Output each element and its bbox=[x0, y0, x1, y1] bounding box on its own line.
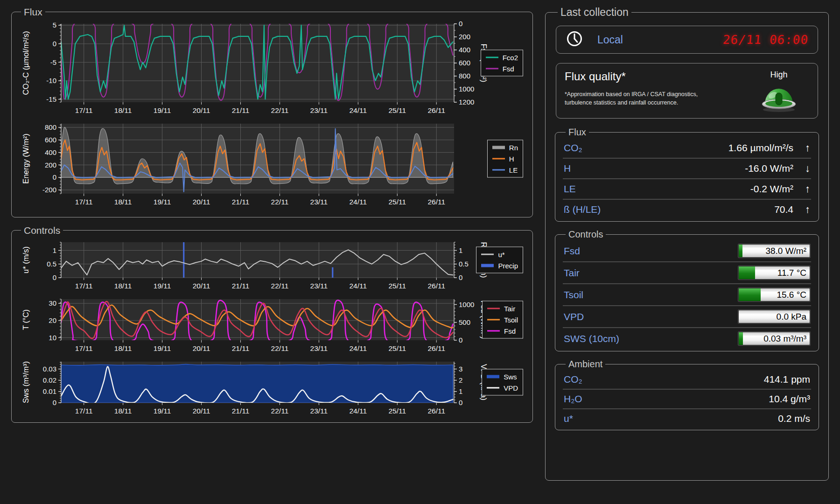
svg-text:21/11: 21/11 bbox=[232, 344, 250, 352]
flux-values-panel: Flux CO₂ 1.66 µmol/m²/s ↑ H -16.0 W/m² ↓… bbox=[555, 127, 819, 222]
legend-item: Tsoil bbox=[487, 316, 518, 324]
svg-text:17/11: 17/11 bbox=[75, 282, 93, 290]
flux-h-label: H bbox=[564, 163, 571, 174]
ambient-row-co2: CO₂ 414.1 ppm bbox=[563, 370, 811, 390]
legend-swatch bbox=[487, 319, 500, 321]
svg-text:0.5: 0.5 bbox=[47, 260, 56, 268]
legend-label: Rn bbox=[509, 144, 518, 152]
svg-text:600: 600 bbox=[459, 59, 470, 67]
charts-column: Flux 50-5-10-15CO₂-C (µmol/m²/s)02004006… bbox=[11, 7, 533, 497]
legend-item: H bbox=[492, 155, 518, 163]
legend-item: LE bbox=[492, 166, 518, 174]
controls-row-sws: SWS (10cm) 0.03 m³/m³ bbox=[563, 328, 811, 349]
legend-item: VPD bbox=[487, 384, 518, 392]
legend-item: Fco2 bbox=[486, 54, 518, 62]
svg-text:21/11: 21/11 bbox=[232, 106, 250, 114]
svg-text:25/11: 25/11 bbox=[388, 106, 406, 114]
svg-text:400: 400 bbox=[45, 148, 56, 156]
svg-text:19/11: 19/11 bbox=[154, 407, 171, 415]
svg-text:0: 0 bbox=[459, 273, 462, 281]
svg-text:26/11: 26/11 bbox=[427, 198, 445, 206]
legend-co2: Fco2Fsd bbox=[481, 50, 523, 77]
svg-text:21/11: 21/11 bbox=[232, 407, 250, 415]
legend-label: u* bbox=[498, 251, 504, 259]
svg-text:25/11: 25/11 bbox=[388, 282, 406, 290]
controls-tair-label: Tair bbox=[564, 267, 580, 279]
flux-le-value: -0.2 W/m² bbox=[750, 183, 793, 195]
legend-swatch bbox=[487, 375, 499, 378]
svg-text:0: 0 bbox=[459, 336, 462, 344]
svg-text:18/11: 18/11 bbox=[114, 344, 132, 352]
flux-quality-title: Flux quality* bbox=[565, 70, 749, 83]
controls-row-vpd: VPD 0.0 kPa bbox=[563, 306, 811, 328]
svg-text:19/11: 19/11 bbox=[154, 198, 171, 206]
svg-text:0: 0 bbox=[459, 20, 462, 28]
svg-text:26/11: 26/11 bbox=[427, 344, 445, 352]
ambient-ustar-row: u* 0.2 m/s bbox=[563, 409, 811, 428]
svg-text:24/11: 24/11 bbox=[350, 198, 367, 206]
trend-up-icon: ↑ bbox=[793, 203, 810, 216]
legend-label: Fsd bbox=[504, 327, 516, 335]
flux-section: Flux 50-5-10-15CO₂-C (µmol/m²/s)02004006… bbox=[11, 7, 533, 217]
sws-gauge-value: 0.03 m³/m³ bbox=[763, 334, 806, 344]
svg-text:22/11: 22/11 bbox=[271, 344, 289, 352]
svg-text:-200: -200 bbox=[42, 186, 56, 194]
svg-text:400: 400 bbox=[459, 46, 470, 54]
legend-item: Fsd bbox=[486, 65, 518, 73]
controls-row-tair: Tair 11.7 °C bbox=[563, 262, 811, 284]
svg-text:17/11: 17/11 bbox=[75, 198, 93, 206]
tsoil-gauge: 15.6 °C bbox=[738, 288, 810, 301]
legend-label: Fco2 bbox=[503, 54, 518, 62]
svg-text:25/11: 25/11 bbox=[388, 407, 406, 415]
flux-bowen-label: ß (H/LE) bbox=[564, 204, 601, 215]
controls-fsd-label: Fsd bbox=[564, 245, 580, 257]
flux-values-title: Flux bbox=[566, 127, 589, 137]
chart-ustar-rain: 00.51u* (m/s)00.51Rain (mm)17/1118/1119/… bbox=[18, 238, 525, 294]
fsd-gauge: 38.0 W/m² bbox=[738, 244, 810, 258]
legend-ustar: u*Precip bbox=[476, 247, 523, 273]
legend-label: LE bbox=[509, 166, 518, 174]
svg-text:3: 3 bbox=[459, 365, 462, 373]
svg-text:-10: -10 bbox=[46, 77, 56, 84]
clock-label: Local bbox=[597, 34, 623, 46]
legend-item: u* bbox=[481, 251, 518, 259]
svg-text:26/11: 26/11 bbox=[427, 407, 445, 415]
svg-text:0: 0 bbox=[53, 174, 56, 182]
flux-bowen-value: 70.4 bbox=[774, 204, 793, 215]
svg-text:10: 10 bbox=[49, 334, 56, 342]
svg-text:22/11: 22/11 bbox=[271, 198, 289, 206]
controls-row-fsd: Fsd 38.0 W/m² bbox=[563, 240, 811, 262]
tair-gauge: 11.7 °C bbox=[738, 266, 810, 280]
tair-gauge-value: 11.7 °C bbox=[777, 268, 806, 278]
svg-text:23/11: 23/11 bbox=[310, 282, 328, 290]
svg-text:u* (m/s): u* (m/s) bbox=[21, 246, 30, 273]
ambient-h2o-row: H₂O 10.4 g/m³ bbox=[563, 390, 811, 409]
flux-row-co2: CO₂ 1.66 µmol/m²/s ↑ bbox=[563, 138, 811, 159]
svg-text:CO₂-C (µmol/m²/s): CO₂-C (µmol/m²/s) bbox=[21, 31, 30, 95]
svg-text:1200: 1200 bbox=[459, 98, 474, 106]
svg-text:17/11: 17/11 bbox=[75, 344, 93, 352]
clock-card: Local 26/11 06:00 bbox=[556, 26, 818, 54]
svg-text:Energy (W/m²): Energy (W/m²) bbox=[21, 133, 30, 183]
svg-text:1000: 1000 bbox=[459, 85, 474, 93]
legend-swatch bbox=[481, 264, 494, 267]
clock-icon bbox=[566, 30, 583, 49]
svg-text:25/11: 25/11 bbox=[388, 198, 406, 206]
flux-quality-level: High bbox=[749, 70, 809, 80]
svg-text:600: 600 bbox=[45, 136, 56, 144]
svg-text:19/11: 19/11 bbox=[154, 106, 171, 114]
flux-quality-text: Flux quality* *Approximation based on IR… bbox=[565, 70, 749, 114]
controls-values-panel: Controls Fsd 38.0 W/m² Tair 11.7 °C bbox=[555, 229, 819, 351]
flux-quality-note: *Approximation based on IRGA / CSAT diag… bbox=[565, 91, 709, 107]
svg-text:22/11: 22/11 bbox=[271, 282, 289, 290]
svg-text:20/11: 20/11 bbox=[193, 282, 210, 290]
legend-swatch bbox=[487, 308, 500, 309]
ambient-h2o-label: H₂O bbox=[564, 393, 582, 405]
svg-text:21/11: 21/11 bbox=[232, 282, 250, 290]
trend-down-icon: ↓ bbox=[793, 162, 810, 175]
legend-swatch bbox=[487, 387, 499, 389]
svg-text:0: 0 bbox=[53, 399, 56, 406]
legend-swatch bbox=[487, 330, 500, 332]
ambient-co2-value: 414.1 ppm bbox=[764, 374, 810, 385]
chart-energy: 8006004002000-200Energy (W/m²)17/1118/11… bbox=[18, 119, 525, 210]
